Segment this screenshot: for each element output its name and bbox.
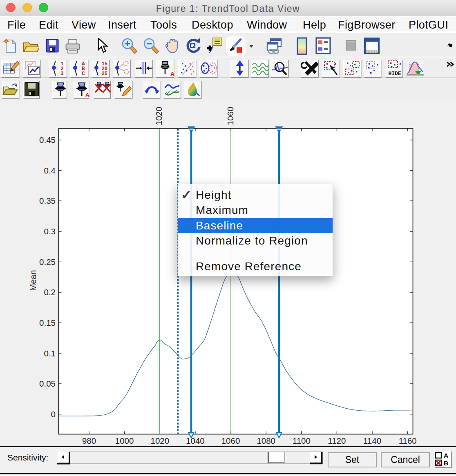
svg-text:25: 25 xyxy=(102,71,107,76)
svg-text:0.1: 0.1 xyxy=(44,349,56,358)
svg-text:1160: 1160 xyxy=(399,436,417,445)
svg-text:0.15: 0.15 xyxy=(39,318,56,327)
svg-text:3: 3 xyxy=(60,71,64,76)
svg-text:1060: 1060 xyxy=(221,436,240,445)
svg-text:0.25: 0.25 xyxy=(39,257,56,267)
svg-text:Mean: Mean xyxy=(28,270,38,291)
svg-text:0.2: 0.2 xyxy=(44,287,56,297)
svg-text:980: 980 xyxy=(82,436,96,445)
svg-text:A: A xyxy=(444,452,448,459)
svg-text:1120: 1120 xyxy=(328,436,346,445)
svg-text:0.45: 0.45 xyxy=(39,135,56,145)
svg-text:1000: 1000 xyxy=(115,436,134,445)
svg-text:0: 0 xyxy=(51,409,56,419)
svg-text:C: C xyxy=(82,71,85,76)
svg-text:1020: 1020 xyxy=(150,436,169,445)
svg-text:1080: 1080 xyxy=(257,436,275,445)
svg-text:0.4: 0.4 xyxy=(44,166,56,175)
svg-text:1020: 1020 xyxy=(154,107,163,125)
svg-text:HIDE: HIDE xyxy=(388,71,401,76)
svg-text:A: A xyxy=(170,71,174,76)
svg-text:0.3: 0.3 xyxy=(44,227,56,236)
svg-text:1100: 1100 xyxy=(293,436,311,445)
svg-text:0.05: 0.05 xyxy=(39,379,56,388)
svg-text:A: A xyxy=(85,92,89,98)
svg-text:1040: 1040 xyxy=(186,436,205,445)
svg-text:1140: 1140 xyxy=(363,436,381,445)
svg-text:1060: 1060 xyxy=(226,107,235,125)
svg-text:B: B xyxy=(444,460,448,467)
svg-text:0.35: 0.35 xyxy=(39,196,56,205)
